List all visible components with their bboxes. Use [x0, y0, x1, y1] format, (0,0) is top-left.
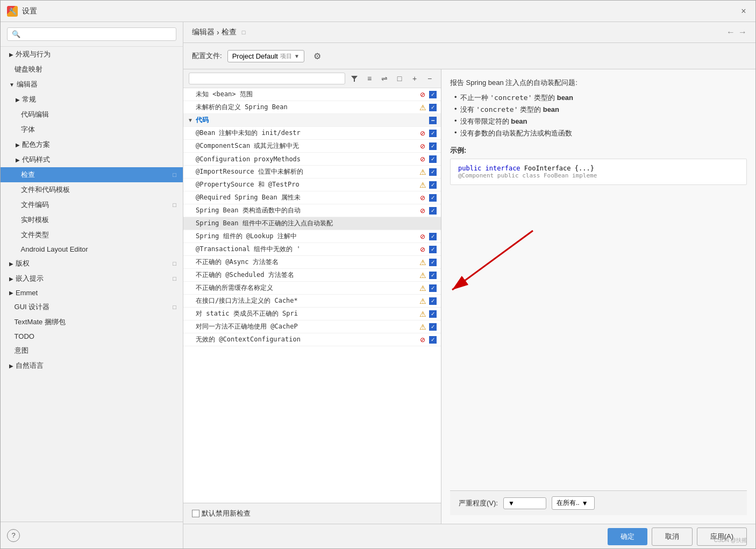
- sidebar-item-hint[interactable]: ▶ 嵌入提示 □: [1, 271, 183, 286]
- item-checkbox-17[interactable]: [429, 297, 437, 305]
- group-button[interactable]: □: [394, 73, 405, 84]
- sidebar-item-appearance[interactable]: ▶ 外观与行为: [1, 47, 183, 62]
- close-button[interactable]: ×: [738, 6, 749, 17]
- item-checkbox-14[interactable]: [429, 259, 437, 266]
- scope-select[interactable]: 在所有.. ▼: [552, 496, 595, 510]
- ok-button[interactable]: 确定: [608, 528, 647, 545]
- inspection-item-5[interactable]: @ComponentScan 或其元注解中无 ⊘: [183, 140, 441, 153]
- item-checkbox-group[interactable]: [429, 117, 437, 124]
- inspection-item-9[interactable]: @Required Spring Bean 属性未 ⊘: [183, 191, 441, 204]
- sidebar-item-file-encoding[interactable]: 文件编码 □: [1, 197, 183, 212]
- arrow-icon: ▶: [9, 52, 13, 58]
- sidebar-item-code-style[interactable]: ▶ 代码样式: [1, 152, 183, 167]
- sidebar-item-label: 文件编码: [21, 200, 49, 210]
- inspection-item-6[interactable]: @Configuration proxyMethods ⊘: [183, 153, 441, 166]
- sidebar-item-file-template[interactable]: 文件和代码模板: [1, 182, 183, 197]
- status-error-icon-13: ⊘: [418, 245, 427, 254]
- sidebar-item-editor[interactable]: ▼ 编辑器: [1, 77, 183, 92]
- sidebar-item-font[interactable]: 字体: [1, 122, 183, 137]
- sidebar-item-android[interactable]: Android Layout Editor: [1, 243, 183, 256]
- nav-forward-button[interactable]: →: [738, 27, 747, 37]
- sidebar-item-todo[interactable]: TODO: [1, 330, 183, 343]
- inspection-item-19[interactable]: 对同一方法不正确地使用 @CacheP ⚠: [183, 320, 441, 333]
- breadcrumb-file-icon[interactable]: □: [242, 29, 246, 35]
- inspection-item-14[interactable]: 不正确的 @Async 方法签名 ⚠: [183, 256, 441, 269]
- inspection-item-group-code[interactable]: ▼ 代码: [183, 114, 441, 127]
- sidebar-item-label: 编辑器: [17, 80, 38, 89]
- item-checkbox-2[interactable]: [429, 104, 437, 111]
- item-checkbox-9[interactable]: [429, 194, 437, 202]
- inspection-item-7[interactable]: @ImportResource 位置中未解析的 ⚠: [183, 166, 441, 179]
- help-button[interactable]: ?: [7, 529, 20, 542]
- inspection-item-11[interactable]: Spring Bean 组件中不正确的注入点自动装配: [183, 217, 441, 230]
- sidebar-item-file-type[interactable]: 文件类型: [1, 227, 183, 243]
- sidebar-item-keymap[interactable]: 键盘映射: [1, 62, 183, 77]
- remove-button[interactable]: −: [424, 73, 436, 84]
- sidebar-item-live-template[interactable]: 实时模板: [1, 212, 183, 227]
- inspection-item-18[interactable]: 对 static 类成员不正确的 Spri ⚠: [183, 308, 441, 320]
- inspection-item-20[interactable]: 无效的 @ContextConfiguration ⊘: [183, 333, 441, 346]
- list-search-input[interactable]: [189, 73, 345, 84]
- item-checkbox-19[interactable]: [429, 323, 437, 331]
- item-checkbox-12[interactable]: [429, 233, 437, 240]
- add-button[interactable]: +: [409, 73, 420, 84]
- inspection-item-1[interactable]: 未知 <bean> 范围 ⊘: [183, 88, 441, 101]
- filter-button[interactable]: [348, 73, 360, 84]
- item-checkbox-18[interactable]: [429, 310, 437, 318]
- sidebar-item-intent[interactable]: 意图: [1, 343, 183, 358]
- sidebar-item-emmet[interactable]: ▶ Emmet: [1, 286, 183, 300]
- arrow-spacer: [9, 348, 12, 354]
- sidebar-item-label: GUI 设计器: [15, 302, 50, 312]
- sidebar-item-gui[interactable]: GUI 设计器 □: [1, 300, 183, 315]
- status-error-icon: ⊘: [418, 90, 427, 99]
- inspection-item-4[interactable]: @Bean 注解中未知的 init/destr ⊘: [183, 127, 441, 140]
- item-checkbox-13[interactable]: [429, 246, 437, 253]
- item-text-11: Spring Bean 组件中不正确的注入点自动装配: [196, 219, 437, 228]
- item-checkbox-20[interactable]: [429, 336, 437, 344]
- inspection-item-2[interactable]: 未解析的自定义 Spring Bean ⚠: [183, 101, 441, 114]
- item-checkbox-10[interactable]: [429, 207, 437, 215]
- item-checkbox-8[interactable]: [429, 181, 437, 189]
- item-checkbox-6[interactable]: [429, 155, 437, 163]
- sidebar-item-label: TextMate 捆绑包: [15, 317, 66, 327]
- inspection-item-12[interactable]: Spring 组件的 @Lookup 注解中 ⊘: [183, 230, 441, 243]
- sidebar-footer: ?: [1, 522, 183, 548]
- inspection-item-13[interactable]: @Transactional 组件中无效的 ' ⊘: [183, 243, 441, 256]
- profile-select[interactable]: Project Default 项目 ▼: [227, 50, 304, 62]
- sidebar-item-code-edit[interactable]: 代码编辑: [1, 107, 183, 122]
- item-checkbox-5[interactable]: [429, 142, 437, 150]
- sidebar-item-general[interactable]: ▶ 常规: [1, 92, 183, 107]
- nav-back-button[interactable]: ←: [726, 27, 735, 37]
- item-checkbox-1[interactable]: [429, 91, 437, 98]
- item-checkbox-7[interactable]: [429, 168, 437, 176]
- status-warn-icon-7: ⚠: [418, 168, 427, 176]
- sidebar-item-label: TODO: [15, 332, 34, 340]
- sidebar-item-color[interactable]: ▶ 配色方案: [1, 137, 183, 152]
- item-checkbox-16[interactable]: [429, 284, 437, 292]
- sidebar-item-textmate[interactable]: TextMate 捆绑包: [1, 315, 183, 330]
- sidebar-item-nlp[interactable]: ▶ 自然语言: [1, 358, 183, 373]
- sort-button2[interactable]: ⇌: [379, 73, 390, 84]
- item-checkbox-4[interactable]: [429, 130, 437, 137]
- sidebar-item-inspect[interactable]: 检查 □: [1, 167, 183, 182]
- item-text-9: @Required Spring Bean 属性未: [196, 193, 416, 202]
- inspection-item-10[interactable]: Spring Bean 类构造函数中的自动 ⊘: [183, 204, 441, 217]
- inspection-item-16[interactable]: 不正确的所需缓存名称定义 ⚠: [183, 282, 441, 295]
- arrow-icon: ▶: [9, 290, 13, 296]
- severity-label: 严重程度(V):: [459, 498, 498, 508]
- gear-button[interactable]: ⚙: [310, 48, 325, 63]
- item-text-group-code: 代码: [196, 116, 427, 125]
- arrow-icon: ▶: [16, 157, 20, 163]
- sidebar-item-copyright[interactable]: ▶ 版权 □: [1, 256, 183, 271]
- arrow-spacer: [16, 112, 19, 118]
- inspection-item-8[interactable]: @PropertySource 和 @TestPro ⚠: [183, 179, 441, 191]
- inspection-item-15[interactable]: 不正确的 @Scheduled 方法签名 ⚠: [183, 269, 441, 282]
- inspection-item-17[interactable]: 在接口/接口方法上定义的 Cache* ⚠: [183, 295, 441, 308]
- item-checkbox-15[interactable]: [429, 272, 437, 279]
- sort-button1[interactable]: ≡: [363, 73, 375, 84]
- default-disable-checkbox[interactable]: [192, 510, 199, 517]
- cancel-button[interactable]: 取消: [652, 527, 693, 546]
- sidebar-search-input[interactable]: [7, 27, 176, 41]
- severity-select[interactable]: ▼: [503, 497, 546, 509]
- status-warn-icon-14: ⚠: [418, 258, 427, 267]
